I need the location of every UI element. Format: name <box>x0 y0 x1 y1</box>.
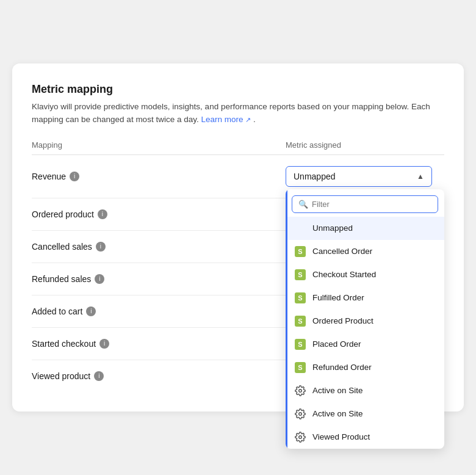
dropdown-trigger-revenue[interactable]: Unmapped ▲ <box>286 166 432 187</box>
info-icon-cancelled-sales[interactable]: i <box>96 242 106 252</box>
gear-icon-active-1 <box>294 385 306 397</box>
metric-mapping-card: Metric mapping Klaviyo will provide pred… <box>12 63 464 412</box>
dropdown-item-active-on-site-1[interactable]: Active on Site <box>286 379 444 402</box>
row-label-revenue: Revenue i <box>32 172 286 181</box>
col-mapping-header: Mapping <box>32 140 286 150</box>
dropdown-item-ordered-product[interactable]: S Ordered Product <box>286 310 444 333</box>
info-icon-ordered-product[interactable]: i <box>98 209 107 219</box>
filter-input-wrap: 🔍 <box>292 195 438 213</box>
filter-wrap: 🔍 <box>286 189 444 217</box>
table-header: Mapping Metric assigned <box>32 140 444 155</box>
gear-icon-viewed <box>294 431 306 443</box>
row-label-cancelled-sales: Cancelled sales i <box>32 242 286 252</box>
table-row-revenue: Revenue i Unmapped ▲ 🔍 Unmapped <box>32 155 444 198</box>
selected-bar <box>286 189 287 449</box>
dropdown-item-viewed-product[interactable]: Viewed Product <box>286 426 444 449</box>
col-metric-header: Metric assigned <box>286 140 444 150</box>
dropdown-item-cancelled-order[interactable]: S Cancelled Order <box>286 240 444 263</box>
filter-input[interactable] <box>312 200 431 209</box>
info-icon-added-to-cart[interactable]: i <box>86 306 96 316</box>
row-metric-revenue: Unmapped ▲ 🔍 Unmapped <box>286 166 444 187</box>
item-icon-unmapped <box>294 222 306 234</box>
dropdown-item-checkout-started[interactable]: S Checkout Started <box>286 263 444 286</box>
dropdown-item-unmapped[interactable]: Unmapped <box>286 217 444 240</box>
row-label-started-checkout: Started checkout i <box>32 339 286 349</box>
shopify-icon-placed: S <box>294 338 306 350</box>
dropdown-item-placed-order[interactable]: S Placed Order <box>286 333 444 356</box>
row-label-viewed-product: Viewed product i <box>32 371 286 381</box>
info-icon-viewed-product[interactable]: i <box>94 371 104 381</box>
row-label-refunded-sales: Refunded sales i <box>32 274 286 284</box>
row-label-added-to-cart: Added to cart i <box>32 306 286 316</box>
learn-more-link[interactable]: Learn more ↗ <box>201 115 253 124</box>
chevron-up-icon: ▲ <box>417 172 424 181</box>
dropdown-item-fulfilled-order[interactable]: S Fulfilled Order <box>286 286 444 310</box>
dropdown-item-active-on-site-2[interactable]: Active on Site <box>286 402 444 426</box>
dropdown-item-refunded-order[interactable]: S Refunded Order <box>286 356 444 379</box>
svg-point-2 <box>299 436 302 439</box>
shopify-icon-cancelled: S <box>294 245 306 258</box>
card-title: Metric mapping <box>32 83 444 96</box>
gear-icon-active-2 <box>294 408 306 420</box>
info-icon-started-checkout[interactable]: i <box>99 339 109 349</box>
shopify-icon-ordered: S <box>294 315 306 327</box>
card-description: Klaviyo will provide predictive models, … <box>32 101 444 126</box>
shopify-icon-refunded: S <box>294 361 306 374</box>
info-icon-refunded-sales[interactable]: i <box>95 274 104 284</box>
row-label-ordered-product: Ordered product i <box>32 209 286 219</box>
svg-point-0 <box>299 390 302 393</box>
search-icon: 🔍 <box>298 200 308 209</box>
shopify-icon-checkout: S <box>294 269 306 281</box>
shopify-icon-fulfilled: S <box>294 292 306 304</box>
svg-point-1 <box>299 413 302 416</box>
info-icon-revenue[interactable]: i <box>70 172 79 181</box>
external-link-icon: ↗ <box>245 116 251 123</box>
dropdown-menu-revenue: 🔍 Unmapped S Cancelled Order <box>286 189 444 449</box>
